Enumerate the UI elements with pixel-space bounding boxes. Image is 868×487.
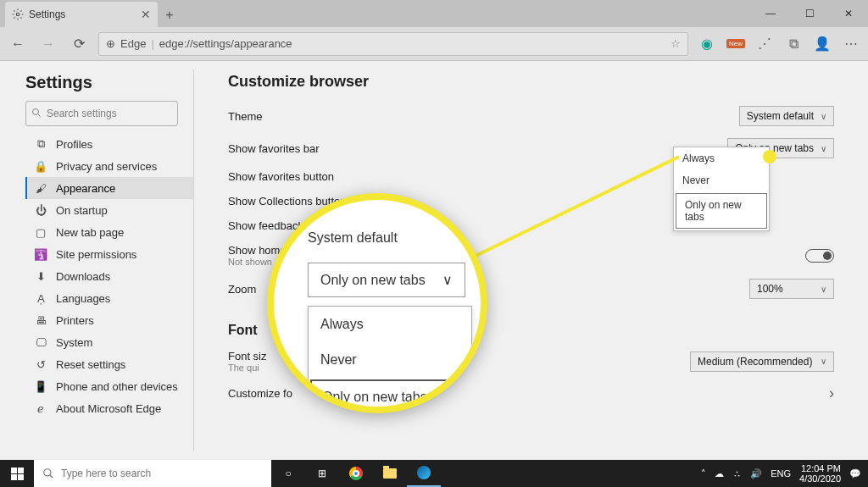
settings-nav: ⧉Profiles 🔒Privacy and services 🖌Appeara… — [25, 133, 193, 419]
dropdown-option-always[interactable]: Always — [674, 147, 769, 169]
svg-line-5 — [50, 475, 53, 479]
chrome-icon — [349, 467, 363, 480]
sidebar-title: Settings — [25, 73, 193, 92]
dropdown-option-never[interactable]: Never — [674, 169, 769, 191]
maximize-button[interactable]: ☐ — [790, 0, 829, 27]
language-icon: Ạ — [34, 291, 47, 305]
sidebar-item-privacy[interactable]: 🔒Privacy and services — [25, 155, 193, 177]
sidebar-item-startup[interactable]: ⏻On startup — [25, 199, 193, 221]
chrome-app[interactable] — [339, 460, 373, 487]
taskbar-search[interactable]: Type here to search — [34, 460, 271, 487]
toolbar: ← → ⟳ ⊕ Edge | edge://settings/appearanc… — [0, 27, 868, 61]
download-icon: ⬇ — [34, 269, 47, 283]
sidebar-item-about[interactable]: ℯAbout Microsoft Edge — [25, 397, 193, 419]
explorer-app[interactable] — [373, 460, 407, 487]
browser-tab[interactable]: Settings ✕ — [5, 2, 158, 27]
sidebar-item-printers[interactable]: 🖶Printers — [25, 309, 193, 331]
page-heading: Customize browser — [228, 73, 834, 91]
sidebar-item-newtab[interactable]: ▢New tab page — [25, 221, 193, 243]
url-text: edge://settings/appearance — [159, 37, 292, 50]
zoom-option-never: Never — [309, 342, 471, 378]
callout-dot — [763, 150, 776, 163]
scheme-sep: | — [151, 37, 153, 50]
svg-point-0 — [16, 13, 19, 16]
extension-new-badge[interactable]: New — [726, 34, 746, 54]
taskbar: Type here to search ○ ⊞ ˄ ☁ ⛬ 🔊 ENG 12:0… — [0, 460, 868, 487]
clock[interactable]: 12:04 PM 4/30/2020 — [799, 463, 841, 484]
power-icon: ⏻ — [34, 203, 47, 217]
lock-icon: 🔒 — [34, 159, 47, 173]
dropdown-option-only-new-tabs[interactable]: Only on new tabs — [676, 193, 767, 229]
search-settings-input[interactable]: Search settings — [25, 101, 178, 126]
windows-logo-icon — [11, 468, 24, 480]
close-tab-icon[interactable]: ✕ — [141, 8, 151, 21]
cortana-icon[interactable]: ○ — [271, 460, 305, 487]
start-button[interactable] — [0, 460, 34, 487]
edge-app[interactable] — [407, 460, 441, 487]
refresh-button[interactable]: ⟳ — [68, 33, 90, 55]
svg-point-4 — [44, 469, 51, 476]
svg-line-2 — [38, 113, 41, 116]
sidebar-item-downloads[interactable]: ⬇Downloads — [25, 265, 193, 287]
back-button[interactable]: ← — [7, 33, 29, 55]
fontsize-select[interactable]: Medium (Recommended)∨ — [690, 351, 834, 372]
folder-icon — [383, 468, 397, 479]
magnifier-callout: System default Only on new tabs∨ Always … — [267, 193, 487, 413]
theme-row: Theme System default∨ — [228, 106, 834, 126]
zoom-theme-select: System default — [308, 222, 465, 254]
zoom-select[interactable]: 100%∨ — [749, 279, 834, 299]
taskview-icon[interactable]: ⊞ — [305, 460, 339, 487]
sidebar-item-permissions[interactable]: 🛐Site permissions — [25, 243, 193, 265]
favorites-bar-label: Show favorites bar — [228, 142, 727, 155]
sidebar-item-appearance[interactable]: 🖌Appearance — [25, 177, 193, 199]
search-icon — [31, 108, 42, 120]
window-controls: — ☐ ✕ — [751, 0, 868, 27]
favorites-icon[interactable]: ⋰ — [754, 34, 775, 54]
printer-icon: 🖶 — [34, 313, 47, 327]
sidebar-item-languages[interactable]: ẠLanguages — [25, 287, 193, 309]
sidebar-item-reset[interactable]: ↺Reset settings — [25, 353, 193, 375]
gear-icon — [12, 8, 24, 20]
system-tray: ˄ ☁ ⛬ 🔊 ENG 12:04 PM 4/30/2020 💬 — [701, 463, 868, 484]
chevron-right-icon: › — [829, 385, 834, 402]
collections-icon[interactable]: ⧉ — [783, 34, 804, 54]
sidebar-item-phone[interactable]: 📱Phone and other devices — [25, 375, 193, 397]
profiles-icon: ⧉ — [34, 137, 47, 151]
wifi-icon[interactable]: ⛬ — [732, 468, 742, 479]
tab-icon: ▢ — [34, 225, 47, 239]
notifications-icon[interactable]: 💬 — [849, 468, 861, 479]
profile-icon[interactable]: 👤 — [812, 34, 832, 54]
edge-icon: ℯ — [34, 401, 47, 415]
new-tab-button[interactable]: + — [158, 3, 181, 27]
chevron-down-icon: ∨ — [442, 272, 453, 288]
onedrive-icon[interactable]: ☁ — [715, 468, 724, 479]
chevron-down-icon: ∨ — [821, 144, 826, 153]
search-icon — [42, 468, 54, 479]
favorites-bar-dropdown: Always Never Only on new tabs — [673, 147, 770, 231]
titlebar: Settings ✕ + — ☐ ✕ — [0, 0, 868, 27]
sidebar-item-profiles[interactable]: ⧉Profiles — [25, 133, 193, 155]
extension-icon[interactable]: ◉ — [697, 34, 717, 54]
svg-point-1 — [33, 108, 39, 114]
phone-icon: 📱 — [34, 379, 47, 393]
address-bar[interactable]: ⊕ Edge | edge://settings/appearance ☆ — [98, 32, 688, 56]
reset-icon: ↺ — [34, 357, 47, 371]
zoom-option-always: Always — [309, 307, 471, 342]
theme-select[interactable]: System default∨ — [739, 106, 834, 126]
close-window-button[interactable]: ✕ — [829, 0, 868, 27]
chevron-down-icon: ∨ — [821, 357, 826, 366]
edge-icon — [417, 466, 431, 479]
menu-icon[interactable]: ⋯ — [841, 34, 861, 54]
brush-icon: 🖌 — [34, 181, 47, 195]
sidebar: Settings Search settings ⧉Profiles 🔒Priv… — [0, 61, 193, 459]
tray-up-icon[interactable]: ˄ — [701, 468, 706, 479]
scheme-label: Edge — [120, 37, 146, 50]
sidebar-item-system[interactable]: 🖵System — [25, 331, 193, 353]
favorite-star-icon[interactable]: ☆ — [670, 37, 681, 50]
taskbar-search-placeholder: Type here to search — [61, 468, 151, 479]
minimize-button[interactable]: — — [751, 0, 790, 27]
home-toggle[interactable] — [805, 249, 834, 263]
forward-button[interactable]: → — [37, 33, 59, 55]
volume-icon[interactable]: 🔊 — [750, 468, 762, 479]
language-indicator[interactable]: ENG — [771, 468, 791, 479]
